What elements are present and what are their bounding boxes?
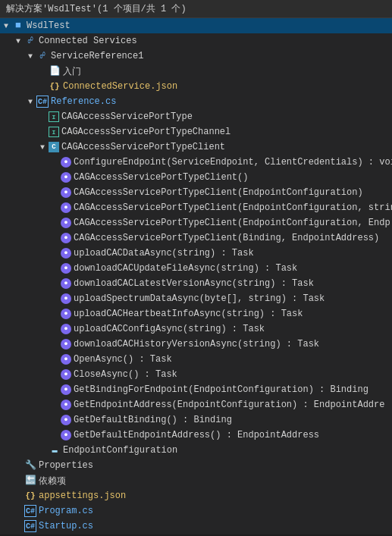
- solution-explorer: ▼■WsdlTest▼☍Connected Services▼☍ServiceR…: [0, 18, 392, 534]
- tree-item-entry[interactable]: 📄入门: [0, 64, 392, 79]
- item-label: ConnectedService.json: [63, 81, 177, 92]
- item-label: appsettings.json: [39, 491, 126, 501]
- item-label: downloadCACLatestVersionAsync(string) : …: [74, 278, 314, 289]
- tree-item-method-constructor5[interactable]: ●CAGAccessServicePortTypeClient(Binding,…: [0, 230, 392, 246]
- item-label: GetDefaultEndpointAddress() : EndpointAd…: [74, 430, 319, 440]
- tree-item-method-configure[interactable]: ●ConfigureEndpoint(ServiceEndpoint, Clie…: [0, 155, 392, 170]
- tree-item-service-ref1[interactable]: ▼☍ServiceReference1: [0, 49, 392, 64]
- tree-item-method-download-history[interactable]: ●downloadCACHistoryVersionAsync(string) …: [0, 337, 392, 352]
- item-label: CAGAccessServicePortType: [61, 111, 193, 122]
- tree-item-method-download-latest[interactable]: ●downloadCACLatestVersionAsync(string) :…: [0, 276, 392, 291]
- tree-item-method-constructor4[interactable]: ●CAGAccessServicePortTypeClient(Endpoint…: [0, 215, 392, 230]
- item-label: CAGAccessServicePortTypeClient(EndpointC…: [74, 218, 390, 228]
- tree-item-cag-client-class[interactable]: ▼CCAGAccessServicePortTypeClient: [0, 139, 392, 155]
- expand-arrow[interactable]: ▼: [24, 98, 36, 106]
- tree-item-method-open[interactable]: ●OpenAsync() : Task: [0, 352, 392, 367]
- item-label: uploadCACConfigAsync(string) : Task: [74, 324, 265, 334]
- tree-item-program-cs[interactable]: C#Program.cs: [0, 503, 392, 519]
- item-label: GetDefaultBinding() : Binding: [74, 415, 232, 425]
- item-label: ConfigureEndpoint(ServiceEndpoint, Clien…: [74, 157, 392, 168]
- tree-item-endpoint-config[interactable]: ▬EndpointConfiguration: [0, 443, 392, 458]
- tree-item-reference-cs[interactable]: ▼C#Reference.cs: [0, 94, 392, 109]
- tree-item-appsettings[interactable]: {}appsettings.json: [0, 488, 392, 503]
- tree-item-method-getbinding[interactable]: ●GetBindingForEndpoint(EndpointConfigura…: [0, 382, 392, 397]
- tree-item-deps[interactable]: 🔙依赖项: [0, 473, 392, 488]
- item-label: CAGAccessServicePortTypeChannel: [61, 127, 230, 137]
- item-label: uploadSpectrumDataAsync(byte[], string) …: [74, 293, 325, 304]
- item-label: Properties: [39, 460, 93, 471]
- item-label: CAGAccessServicePortTypeClient(EndpointC…: [74, 187, 363, 198]
- item-label: Connected Services: [39, 36, 137, 46]
- tree-item-properties[interactable]: 🔧Properties: [0, 458, 392, 473]
- tree-item-connected-services[interactable]: ▼☍Connected Services: [0, 33, 392, 49]
- item-label: downloadCACUpdateFileAsync(string) : Tas…: [74, 263, 297, 274]
- item-label: GetEndpointAddress(EndpointConfiguration…: [74, 400, 384, 410]
- item-label: uploadCACHeartbeatInfoAsync(string) : Ta…: [74, 309, 303, 319]
- top-bar-label: 解决方案'WsdlTest'(1 个项目/共 1 个): [6, 2, 187, 15]
- tree-item-method-upload-heartbeat[interactable]: ●uploadCACHeartbeatInfoAsync(string) : T…: [0, 306, 392, 321]
- item-label: CAGAccessServicePortTypeClient(EndpointC…: [74, 202, 392, 213]
- tree-item-method-getdefaultendpoint[interactable]: ●GetDefaultEndpointAddress() : EndpointA…: [0, 428, 392, 443]
- item-label: CAGAccessServicePortTypeClient(): [74, 172, 248, 183]
- tree-item-method-getdefaultbinding[interactable]: ●GetDefaultBinding() : Binding: [0, 412, 392, 428]
- item-label: Program.cs: [39, 506, 93, 516]
- tree-item-method-upload[interactable]: ●uploadCACDataAsync(string) : Task: [0, 246, 392, 261]
- tree-item-method-constructor2[interactable]: ●CAGAccessServicePortTypeClient(Endpoint…: [0, 185, 392, 200]
- item-label: EndpointConfiguration: [63, 445, 177, 456]
- tree-item-cag-channel[interactable]: ICAGAccessServicePortTypeChannel: [0, 124, 392, 139]
- expand-arrow[interactable]: ▼: [36, 143, 49, 152]
- expand-arrow[interactable]: ▼: [24, 52, 36, 61]
- item-label: uploadCACDataAsync(string) : Task: [74, 248, 254, 259]
- expand-arrow[interactable]: ▼: [0, 22, 12, 30]
- item-label: CloseAsync() : Task: [74, 369, 177, 380]
- tree-item-cag-interface[interactable]: ICAGAccessServicePortType: [0, 109, 392, 124]
- item-label: OpenAsync() : Task: [74, 354, 172, 365]
- tree-item-method-upload-config[interactable]: ●uploadCACConfigAsync(string) : Task: [0, 321, 392, 337]
- item-label: Reference.cs: [51, 96, 116, 107]
- tree-item-wsdltest[interactable]: ▼■WsdlTest: [0, 18, 392, 33]
- tree-item-startup-cs[interactable]: C#Startup.cs: [0, 519, 392, 534]
- top-bar: 解决方案'WsdlTest'(1 个项目/共 1 个): [0, 0, 392, 18]
- tree-item-connectedservice-json[interactable]: {}ConnectedService.json: [0, 79, 392, 94]
- expand-arrow[interactable]: ▼: [12, 37, 24, 45]
- tree-item-method-constructor3[interactable]: ●CAGAccessServicePortTypeClient(Endpoint…: [0, 200, 392, 215]
- item-label: GetBindingForEndpoint(EndpointConfigurat…: [74, 384, 368, 395]
- tree-item-method-download-update[interactable]: ●downloadCACUpdateFileAsync(string) : Ta…: [0, 261, 392, 276]
- item-label: 入门: [63, 65, 81, 78]
- tree-item-method-upload-spectrum[interactable]: ●uploadSpectrumDataAsync(byte[], string)…: [0, 291, 392, 306]
- item-label: WsdlTest: [27, 20, 71, 31]
- item-label: CAGAccessServicePortTypeClient(Binding, …: [74, 233, 379, 243]
- item-label: 依赖项: [39, 475, 66, 487]
- item-label: downloadCACHistoryVersionAsync(string) :…: [74, 339, 319, 349]
- item-label: ServiceReference1: [51, 51, 143, 61]
- item-label: CAGAccessServicePortTypeClient: [61, 142, 225, 152]
- tree-item-method-getendpoint[interactable]: ●GetEndpointAddress(EndpointConfiguratio…: [0, 397, 392, 412]
- item-label: Startup.cs: [39, 521, 93, 531]
- tree-item-method-constructor1[interactable]: ●CAGAccessServicePortTypeClient(): [0, 170, 392, 185]
- tree-item-method-close[interactable]: ●CloseAsync() : Task: [0, 367, 392, 382]
